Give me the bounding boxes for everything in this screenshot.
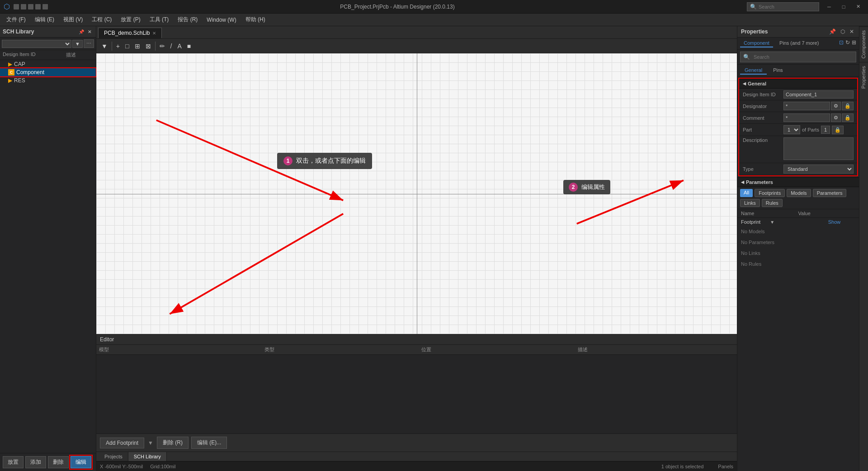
refresh-icon[interactable]: ↻ (845, 39, 850, 47)
tree-item-res[interactable]: ▶ RES (0, 76, 96, 85)
toolbar-rect2-btn[interactable]: ■ (185, 41, 193, 51)
panel-pin-button[interactable]: 📌 (78, 28, 85, 35)
comment-input[interactable] (783, 113, 830, 122)
description-textarea[interactable] (783, 137, 854, 160)
menu-edit[interactable]: 编辑 (E) (30, 14, 59, 25)
left-panel: SCH Library 📌 ✕ ▼ ⋯ Design Item ID 描述 ▶ … (0, 26, 96, 471)
copy-icon[interactable]: ⊞ (852, 39, 856, 47)
edit-footprint-button[interactable]: 编辑 (E)... (191, 437, 227, 449)
strip-tab-properties[interactable]: Properties (859, 62, 868, 92)
comment-lock-btn[interactable]: 🔒 (842, 113, 854, 122)
right-strip-tabs: Components Properties (859, 26, 868, 471)
general-section-header[interactable]: ◀ General (739, 79, 857, 89)
param-tab-parameters[interactable]: Parameters (813, 189, 847, 197)
add-button[interactable]: 添加 (25, 456, 46, 468)
toolbar-grid-btn[interactable]: ⊞ (132, 41, 142, 51)
param-tab-all[interactable]: All (740, 189, 753, 197)
toolbar-text-btn[interactable]: A (175, 41, 184, 51)
general-pins-tabs: General Pins (737, 65, 859, 77)
menu-view[interactable]: 视图 (V) (59, 14, 87, 25)
place-button[interactable]: 放置 (3, 456, 24, 468)
designator-lock-btn[interactable]: 🔒 (842, 102, 854, 110)
nav-tab-projects[interactable]: Projects (99, 452, 128, 461)
gp-tab-general[interactable]: General (740, 66, 767, 75)
edit-button[interactable]: 编辑 (71, 456, 91, 468)
comment-settings-btn[interactable]: ⚙ (831, 113, 841, 122)
tab-pcb-demo[interactable]: PCB_demo.SchLib ✕ (98, 28, 162, 38)
toolbar-cross-btn[interactable]: ⊠ (143, 41, 153, 51)
panels-btn[interactable]: Panels (718, 464, 733, 469)
toolbar-filter-btn[interactable]: ▼ (99, 41, 110, 51)
component-icon: C (8, 69, 14, 75)
comp-tab-pins[interactable]: Pins (and 7 more) (776, 39, 822, 47)
center-panel: PCB_demo.SchLib ✕ ▼ + □ ⊞ ⊠ ✏ / A ■ (96, 26, 737, 471)
tooltip-2-text: 编辑属性 (581, 183, 605, 191)
designator-settings-btn[interactable]: ⚙ (831, 102, 841, 110)
designator-input[interactable] (783, 102, 830, 110)
panel-close-button[interactable]: ✕ (86, 28, 93, 35)
of-parts-value: 1 (821, 126, 830, 134)
param-tab-rules[interactable]: Rules (762, 199, 783, 207)
type-value: Standard Mechanical Graphical Net Tie (I… (783, 165, 854, 174)
title-search-input[interactable] (759, 4, 813, 9)
footprint-show-link[interactable]: Show (828, 219, 855, 225)
menu-tools[interactable]: 工具 (T) (145, 14, 174, 25)
footprint-dropdown-arrow[interactable]: ▼ (770, 220, 797, 225)
editor-col-position: 位置 (421, 346, 578, 353)
tab-close-icon[interactable]: ✕ (152, 31, 156, 36)
editor-panel: Editor 模型 类型 位置 描述 Add Footprint ▼ 删除 (R… (96, 334, 737, 452)
nav-tab-sch-library[interactable]: SCH Library (128, 452, 167, 461)
param-tab-models[interactable]: Models (787, 189, 811, 197)
properties-title: Properties (741, 28, 768, 35)
design-item-id-input[interactable] (783, 90, 854, 99)
window-icons (14, 4, 48, 9)
gp-tab-pins[interactable]: Pins (769, 66, 787, 75)
toolbar-rect-btn[interactable]: □ (123, 41, 131, 51)
comp-tab-component[interactable]: Component (740, 39, 773, 47)
toolbar-add-btn[interactable]: + (114, 41, 122, 51)
menu-place[interactable]: 放置 (P) (116, 14, 145, 25)
dropdown-arrow[interactable]: ▼ (148, 440, 153, 446)
menu-help[interactable]: 帮助 (H) (241, 14, 270, 25)
app-icon: ⬡ (4, 2, 10, 11)
prop-search-input[interactable] (752, 53, 853, 61)
type-select[interactable]: Standard Mechanical Graphical Net Tie (I… (783, 165, 854, 174)
lib-filter-btn[interactable]: ▼ (72, 40, 83, 48)
tree-item-res-label: RES (14, 77, 25, 84)
comp-tab-icons: ⊡ ↻ ⊞ (839, 39, 856, 47)
add-footprint-button[interactable]: Add Footprint (100, 438, 144, 448)
separator-1 (112, 42, 112, 51)
lib-filter-select[interactable] (2, 40, 71, 48)
title-search-box[interactable]: 🔍 (747, 2, 819, 11)
expand-icon[interactable]: ⬡ (839, 28, 846, 35)
maximize-button[interactable]: □ (837, 2, 850, 11)
params-col-value: Value (798, 211, 856, 216)
pin-icon[interactable]: 📌 (828, 28, 837, 35)
delete-button[interactable]: 删除 (48, 456, 69, 468)
part-lock-btn[interactable]: 🔒 (832, 126, 844, 134)
menu-file[interactable]: 文件 (F) (2, 14, 30, 25)
toolbar-pen-btn[interactable]: ✏ (157, 41, 167, 51)
filter-icon[interactable]: ⊡ (839, 39, 844, 47)
minimize-button[interactable]: ─ (823, 2, 835, 11)
type-label: Type (743, 166, 783, 172)
lib-options-btn[interactable]: ⋯ (84, 39, 94, 48)
param-tab-links[interactable]: Links (740, 199, 760, 207)
close-button[interactable]: ✕ (852, 2, 864, 11)
tree-header-id: Design Item ID (3, 52, 66, 58)
param-tab-footprints[interactable]: Footprints (755, 189, 785, 197)
tree-item-cap[interactable]: ▶ CAP (0, 60, 96, 68)
tree-item-component[interactable]: C Component (0, 68, 96, 76)
delete-footprint-button[interactable]: 删除 (R) (157, 437, 189, 449)
menu-window[interactable]: Window (W) (202, 15, 241, 25)
description-value (783, 137, 854, 161)
canvas-area[interactable]: 1 双击，或者点下面的编辑 2 编辑属性 (96, 53, 737, 334)
toolbar-line-btn[interactable]: / (168, 41, 175, 51)
parameters-section-header[interactable]: ◀ Parameters (737, 177, 859, 187)
strip-tab-components[interactable]: Components (859, 26, 868, 62)
lib-action-buttons: 放置 添加 删除 编辑 (0, 453, 96, 471)
close-properties-icon[interactable]: ✕ (848, 28, 855, 35)
part-select[interactable]: 1 (783, 125, 800, 134)
menu-reports[interactable]: 报告 (R) (173, 14, 202, 25)
menu-project[interactable]: 工程 (C) (87, 14, 116, 25)
